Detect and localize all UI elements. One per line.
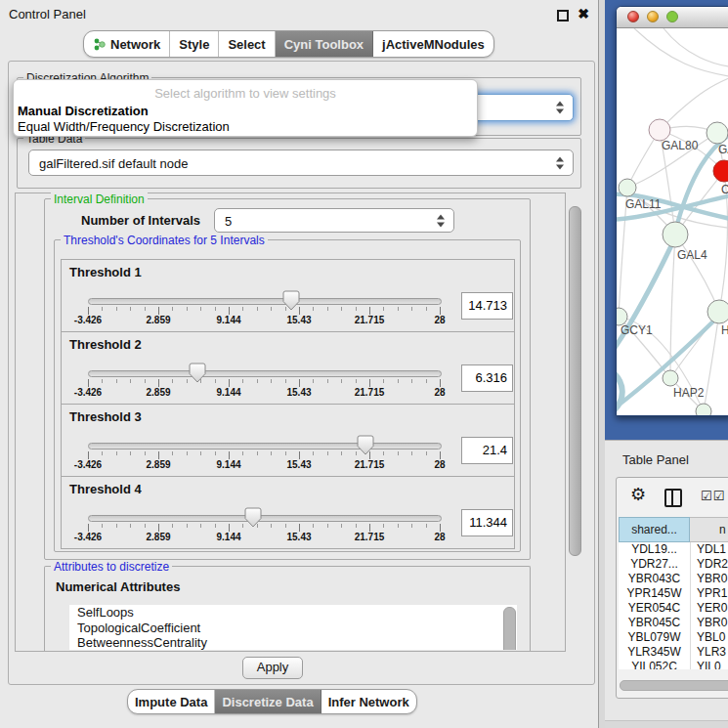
tab-impute-data[interactable]: Impute Data xyxy=(128,690,215,713)
cell-shared-name[interactable]: YBL079W xyxy=(619,630,690,645)
network-window-titlebar[interactable] xyxy=(617,7,728,28)
table-row[interactable]: YLR345WYLR3 xyxy=(619,645,728,660)
network-icon xyxy=(93,37,106,51)
vertical-scrollbar[interactable] xyxy=(569,206,581,556)
zoom-traffic-light[interactable] xyxy=(666,11,678,22)
network-node[interactable] xyxy=(696,404,711,415)
attribute-item-selfloops[interactable]: SelfLoops xyxy=(69,605,517,621)
table-data-combobox[interactable]: galFiltered.sif default node xyxy=(28,150,574,176)
network-node-gal80[interactable] xyxy=(649,119,670,141)
table-row[interactable]: YPR145WYPR1 xyxy=(619,586,728,601)
tab-label: Impute Data xyxy=(135,695,207,709)
tab-infer-network[interactable]: Infer Network xyxy=(321,690,416,713)
cell-name[interactable]: YBR0 xyxy=(690,616,728,630)
threshold-row-4: Threshold 4-3.4262.8599.14415.4321.71528… xyxy=(61,476,515,549)
tab-label: Network xyxy=(110,37,160,52)
cell-shared-name[interactable]: YLR345W xyxy=(619,645,690,660)
cell-shared-name[interactable]: YIL052C xyxy=(619,660,690,669)
column-header-name[interactable]: n xyxy=(690,517,728,542)
select-columns-icon[interactable]: ☑☑ xyxy=(701,489,725,503)
table-row[interactable]: YDL19...YDL1 xyxy=(619,542,728,557)
network-node-ga[interactable] xyxy=(707,122,728,144)
slider-tick-labels: -3.4262.8599.14415.4321.71528 xyxy=(88,459,441,470)
threshold-value-field[interactable]: 11.344 xyxy=(461,509,513,536)
cell-name[interactable]: YIL0 xyxy=(690,660,728,669)
gear-icon[interactable]: ⚙ xyxy=(630,486,646,503)
cell-shared-name[interactable]: YER054C xyxy=(619,601,690,616)
columns-icon[interactable] xyxy=(664,489,682,507)
network-node-hap2[interactable] xyxy=(663,370,678,386)
table-row[interactable]: YBL079WYBL0 xyxy=(619,630,728,645)
cell-shared-name[interactable]: YPR145W xyxy=(619,586,690,601)
cell-shared-name[interactable]: YDR27... xyxy=(619,557,690,572)
numerical-attributes-list: SelfLoopsTopologicalCoefficientBetweenne… xyxy=(69,605,517,650)
tab-label: Infer Network xyxy=(328,695,409,709)
table-row[interactable]: YIL052CYIL0 xyxy=(619,660,728,669)
attribute-item-betweennesscentrality[interactable]: BetweennessCentrality xyxy=(69,635,517,650)
threshold-label: Threshold 3 xyxy=(69,409,142,424)
table-row[interactable]: YBR045CYBR0 xyxy=(619,616,728,630)
tab-network[interactable]: Network xyxy=(84,31,170,57)
tab-cyni-toolbox[interactable]: Cyni Toolbox xyxy=(276,31,373,57)
close-traffic-light[interactable] xyxy=(627,11,639,22)
combo-stepper-icon xyxy=(437,214,445,227)
network-node-gal4[interactable] xyxy=(663,222,688,247)
cell-name[interactable]: YBL0 xyxy=(690,630,728,645)
app-root: Control Panel ✖ NetworkStyleSelectCyni T… xyxy=(0,0,728,728)
column-header-shared-name[interactable]: shared... xyxy=(619,517,690,542)
slider-handle[interactable] xyxy=(357,435,374,455)
panel-divider[interactable] xyxy=(598,0,605,728)
slider-track[interactable] xyxy=(88,515,442,522)
cell-name[interactable]: YLR3 xyxy=(690,645,728,660)
float-window-icon[interactable] xyxy=(557,10,569,21)
panel-title: Control Panel xyxy=(9,7,86,21)
apply-button[interactable]: Apply xyxy=(242,657,303,679)
minimize-traffic-light[interactable] xyxy=(647,11,659,22)
control-panel: Control Panel ✖ NetworkStyleSelectCyni T… xyxy=(0,0,598,728)
tab-style[interactable]: Style xyxy=(170,31,219,57)
network-node-h[interactable] xyxy=(707,300,728,323)
attribute-item-topologicalcoefficient[interactable]: TopologicalCoefficient xyxy=(69,621,517,636)
tab-discretize-data[interactable]: Discretize Data xyxy=(215,690,321,713)
thresholds-title: Threshold's Coordinates for 5 Intervals xyxy=(61,234,268,247)
tab-jactivemnodules[interactable]: jActiveMNodules xyxy=(373,31,493,57)
slider-handle[interactable] xyxy=(189,363,206,383)
table-row[interactable]: YBR043CYBR0 xyxy=(619,572,728,586)
number-of-intervals-combobox[interactable]: 5 xyxy=(214,208,454,233)
threshold-row-1: Threshold 1-3.4262.8599.14415.4321.71528… xyxy=(61,259,515,332)
slider-track[interactable] xyxy=(88,443,442,450)
cell-name[interactable]: YER0 xyxy=(690,601,728,616)
network-node-gal11[interactable] xyxy=(619,179,636,196)
algorithm-option-equal-width-frequency-discretization[interactable]: Equal Width/Frequency Discretization xyxy=(16,119,475,135)
slider-tick-labels: -3.4262.8599.14415.4321.71528 xyxy=(88,387,441,398)
tab-label: Cyni Toolbox xyxy=(284,37,364,52)
table-row[interactable]: YER054CYER0 xyxy=(619,601,728,616)
cell-shared-name[interactable]: YBR045C xyxy=(619,616,690,630)
threshold-value-field[interactable]: 14.713 xyxy=(461,292,513,320)
network-canvas[interactable]: GAL80GACGAL11GAL4GCY1HHAP2 xyxy=(617,28,728,415)
slider-track[interactable] xyxy=(88,370,442,377)
cell-name[interactable]: YPR1 xyxy=(690,586,728,601)
algorithm-option-manual-discretization[interactable]: Manual Discretization xyxy=(16,104,475,119)
threshold-value-field[interactable]: 6.316 xyxy=(461,364,513,392)
cell-name[interactable]: YDR2 xyxy=(690,557,728,572)
slider-handle[interactable] xyxy=(282,290,300,311)
cell-name[interactable]: YBR0 xyxy=(690,572,728,586)
table-data-value: galFiltered.sif default node xyxy=(39,156,188,171)
threshold-value-field[interactable]: 21.4 xyxy=(461,437,513,464)
table-row[interactable]: YDR27...YDR2 xyxy=(619,557,728,572)
highlighted-edges xyxy=(617,131,728,411)
top-tab-bar: NetworkStyleSelectCyni ToolboxjActiveMNo… xyxy=(83,30,494,58)
slider-track[interactable] xyxy=(88,298,442,305)
list-scrollbar[interactable] xyxy=(503,607,516,650)
slider-handle[interactable] xyxy=(244,507,262,528)
close-icon[interactable]: ✖ xyxy=(578,6,589,21)
tab-select[interactable]: Select xyxy=(219,31,275,57)
cell-shared-name[interactable]: YBR043C xyxy=(619,572,690,586)
cell-shared-name[interactable]: YDL19... xyxy=(619,542,690,557)
threshold-label: Threshold 1 xyxy=(69,265,142,279)
horizontal-scrollbar[interactable] xyxy=(620,680,728,691)
table-panel: Table Panel ⚙ ☑☑ shared... n YDL19...YDL… xyxy=(605,440,728,728)
cell-name[interactable]: YDL1 xyxy=(690,542,728,557)
algorithm-placeholder: Select algorithm to view settings xyxy=(14,86,477,101)
